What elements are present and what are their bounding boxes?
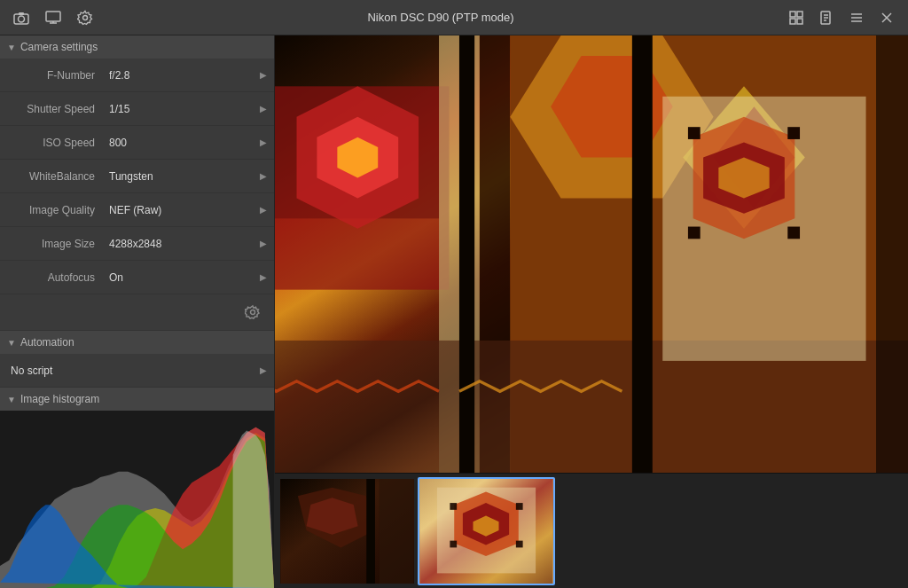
titlebar-right xyxy=(784,5,899,30)
imagequality-arrow[interactable]: ▶ xyxy=(253,193,274,226)
svg-rect-48 xyxy=(787,227,800,239)
shutter-value: 1/15 xyxy=(102,103,253,115)
settings-rows: F-Number f/2.8 ▶ Shutter Speed 1/15 ▶ IS… xyxy=(0,59,274,294)
titlebar-left xyxy=(9,5,98,30)
automation-arrow: ▼ xyxy=(7,338,16,348)
main-content: ▼ Camera settings F-Number f/2.8 ▶ Shutt… xyxy=(0,35,908,588)
iso-value: 800 xyxy=(102,137,253,149)
camera-settings-label: Camera settings xyxy=(20,41,98,53)
svg-rect-65 xyxy=(516,540,523,547)
autofocus-row: Autofocus On ▶ xyxy=(0,261,274,294)
iso-row: ISO Speed 800 ▶ xyxy=(0,126,274,160)
right-panel xyxy=(275,35,908,588)
whitebalance-label: WhiteBalance xyxy=(0,170,102,183)
histogram-canvas xyxy=(0,411,274,588)
whitebalance-value: Tungsten xyxy=(102,170,253,183)
gear-settings-button[interactable] xyxy=(240,300,265,325)
shutter-label: Shutter Speed xyxy=(0,103,102,115)
whitebalance-arrow[interactable]: ▶ xyxy=(253,160,274,192)
automation-label: Automation xyxy=(20,336,74,349)
histogram-header[interactable]: ▼ Image histogram xyxy=(0,388,274,411)
svg-rect-40 xyxy=(632,35,653,473)
svg-rect-3 xyxy=(46,12,60,21)
fnumber-arrow[interactable]: ▶ xyxy=(253,59,274,91)
titlebar: Nikon DSC D90 (PTP mode) xyxy=(0,0,908,35)
imagesize-value: 4288x2848 xyxy=(102,238,253,250)
imagesize-row: Image Size 4288x2848 ▶ xyxy=(0,227,274,261)
svg-rect-63 xyxy=(516,503,523,510)
gear-row xyxy=(0,294,274,331)
histogram-section: ▼ Image histogram xyxy=(0,388,274,588)
camera-icon[interactable] xyxy=(9,5,34,30)
menu-button[interactable] xyxy=(844,5,869,30)
fnumber-row: F-Number f/2.8 ▶ xyxy=(0,59,274,92)
automation-header[interactable]: ▼ Automation xyxy=(0,331,274,354)
imagequality-row: Image Quality NEF (Raw) ▶ xyxy=(0,193,274,227)
fnumber-value: f/2.8 xyxy=(102,69,253,82)
add-button[interactable] xyxy=(784,5,809,30)
svg-rect-55 xyxy=(380,479,414,584)
imagequality-label: Image Quality xyxy=(0,204,102,216)
thumbnail-1[interactable] xyxy=(278,477,416,585)
imagesize-label: Image Size xyxy=(0,238,102,250)
main-image-container xyxy=(275,35,908,473)
svg-point-6 xyxy=(83,15,88,20)
whitebalance-row: WhiteBalance Tungsten ▶ xyxy=(0,160,274,193)
svg-rect-9 xyxy=(790,19,795,24)
automation-script-row: No script ▶ xyxy=(0,354,274,388)
svg-rect-62 xyxy=(450,503,457,510)
imagesize-arrow[interactable]: ▶ xyxy=(253,227,274,260)
svg-point-20 xyxy=(251,310,255,315)
svg-rect-39 xyxy=(459,35,474,473)
thumbnail-2[interactable] xyxy=(418,477,555,585)
thumbnail-strip xyxy=(275,473,908,588)
histogram-label: Image histogram xyxy=(20,393,99,405)
svg-rect-45 xyxy=(688,127,701,139)
iso-arrow[interactable]: ▶ xyxy=(253,126,274,159)
left-panel: ▼ Camera settings F-Number f/2.8 ▶ Shutt… xyxy=(0,35,275,588)
thumbnail-1-image xyxy=(280,479,414,584)
autofocus-label: Autofocus xyxy=(0,271,102,284)
thumbnail-2-image xyxy=(419,479,553,584)
automation-script-arrow[interactable]: ▶ xyxy=(253,354,274,387)
svg-rect-54 xyxy=(366,479,375,584)
automation-script-value: No script xyxy=(0,365,253,377)
display-icon[interactable] xyxy=(41,5,66,30)
imagequality-value: NEF (Raw) xyxy=(102,204,253,216)
autofocus-arrow[interactable]: ▶ xyxy=(253,261,274,294)
svg-rect-49 xyxy=(876,35,908,473)
histogram-arrow: ▼ xyxy=(7,395,16,404)
doc-button[interactable] xyxy=(814,5,839,30)
svg-rect-47 xyxy=(688,227,701,239)
svg-rect-2 xyxy=(19,12,24,15)
svg-point-1 xyxy=(19,16,25,22)
window-title: Nikon DSC D90 (PTP mode) xyxy=(98,11,784,24)
iso-label: ISO Speed xyxy=(0,137,102,149)
svg-rect-7 xyxy=(790,12,795,17)
camera-settings-arrow: ▼ xyxy=(7,43,16,52)
close-button[interactable] xyxy=(874,5,899,30)
camera-settings-header[interactable]: ▼ Camera settings xyxy=(0,35,274,59)
svg-rect-46 xyxy=(787,127,800,139)
autofocus-value: On xyxy=(102,271,253,284)
fnumber-label: F-Number xyxy=(0,69,102,82)
svg-rect-10 xyxy=(797,19,802,24)
svg-rect-64 xyxy=(450,540,457,547)
shutter-arrow[interactable]: ▶ xyxy=(253,92,274,125)
gear-titlebar-icon[interactable] xyxy=(73,5,98,30)
shutter-row: Shutter Speed 1/15 ▶ xyxy=(0,92,274,126)
svg-rect-8 xyxy=(797,12,802,17)
